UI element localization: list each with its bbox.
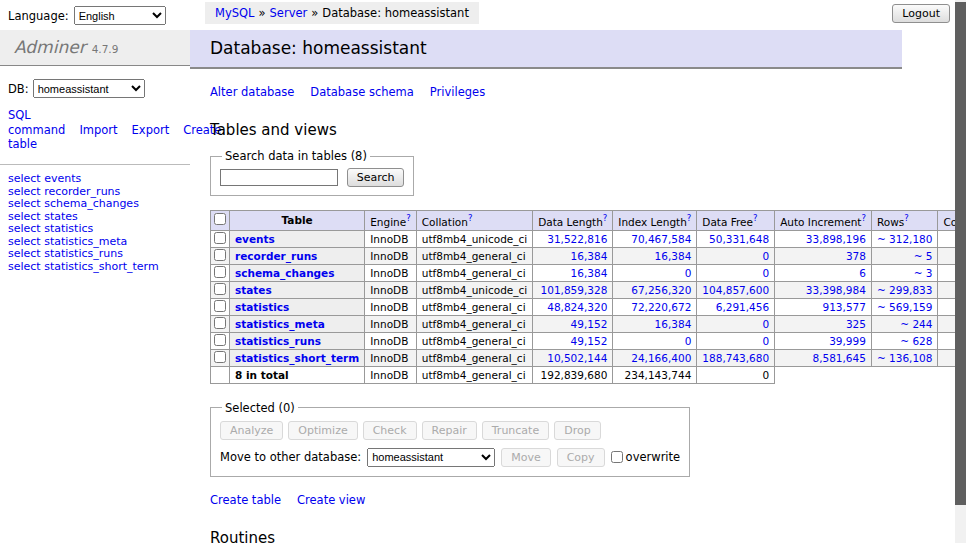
index-length-link[interactable]: 70,467,584 — [631, 233, 691, 245]
breadcrumb-server-link[interactable]: Server — [270, 6, 308, 20]
check-button[interactable]: Check — [363, 421, 417, 440]
table-name-link[interactable]: statistics_runs — [235, 335, 321, 347]
row-checkbox[interactable] — [214, 283, 226, 295]
data-free-link[interactable]: 0 — [762, 318, 769, 330]
drop-button[interactable]: Drop — [554, 421, 600, 440]
data-free-help-link[interactable]: ? — [753, 213, 758, 223]
auto-increment-link[interactable]: 39,999 — [829, 335, 866, 347]
table-row: statistics_meta InnoDB utf8mb4_general_c… — [211, 315, 966, 332]
sidebar-item-select-statistics-runs[interactable]: select statistics_runs — [8, 248, 182, 261]
table-name-link[interactable]: states — [235, 284, 272, 296]
language-select[interactable]: English — [74, 6, 166, 25]
export-link[interactable]: Export — [132, 123, 170, 137]
data-free-link[interactable]: 50,331,648 — [709, 233, 769, 245]
breadcrumb-mysql-link[interactable]: MySQL — [215, 6, 255, 20]
auto-increment-link[interactable]: 33,898,196 — [806, 233, 866, 245]
rows-count-link[interactable]: ~ 569,159 — [877, 301, 933, 313]
analyze-button[interactable]: Analyze — [220, 421, 283, 440]
select-all-checkbox[interactable] — [214, 213, 226, 225]
rows-count-link[interactable]: ~ 299,833 — [877, 284, 933, 296]
selected-fieldset: Selected (0) AnalyzeOptimizeCheckRepairT… — [210, 401, 690, 477]
privileges-link[interactable]: Privileges — [430, 85, 485, 99]
sidebar-item-select-events[interactable]: select events — [8, 173, 182, 186]
data-length-link[interactable]: 101,859,328 — [541, 284, 608, 296]
db-select[interactable]: homeassistant — [33, 79, 145, 98]
index-length-link[interactable]: 24,166,400 — [631, 352, 691, 364]
sidebar-item-select-schema-changes[interactable]: select schema_changes — [8, 198, 182, 211]
collation-help-link[interactable]: ? — [468, 213, 473, 223]
data-free-link[interactable]: 0 — [762, 335, 769, 347]
sidebar-item-select-statistics-short-term[interactable]: select statistics_short_term — [8, 261, 182, 274]
rows-count-link[interactable]: ~ 3 — [914, 267, 933, 279]
alter-database-link[interactable]: Alter database — [210, 85, 294, 99]
engine-help-link[interactable]: ? — [406, 213, 411, 223]
data-free-link[interactable]: 0 — [762, 267, 769, 279]
data-length-link[interactable]: 16,384 — [571, 267, 608, 279]
scrollbar-track[interactable] — [955, 0, 966, 543]
data-length-link[interactable]: 31,522,816 — [547, 233, 607, 245]
copy-button[interactable]: Copy — [557, 448, 605, 467]
data-length-link[interactable]: 49,152 — [571, 318, 608, 330]
import-link[interactable]: Import — [79, 123, 117, 137]
row-checkbox[interactable] — [214, 232, 226, 244]
repair-button[interactable]: Repair — [422, 421, 477, 440]
data-length-help-link[interactable]: ? — [603, 213, 608, 223]
data-free-link[interactable]: 188,743,680 — [702, 352, 769, 364]
rows-count-link[interactable]: ~ 136,108 — [877, 352, 933, 364]
auto-increment-link[interactable]: 8,581,645 — [812, 352, 865, 364]
database-schema-link[interactable]: Database schema — [310, 85, 413, 99]
auto-increment-link[interactable]: 6 — [859, 267, 866, 279]
row-checkbox[interactable] — [214, 317, 226, 329]
index-length-link[interactable]: 0 — [685, 267, 692, 279]
rows-count-link[interactable]: ~ 244 — [900, 318, 932, 330]
row-checkbox[interactable] — [214, 351, 226, 363]
row-checkbox[interactable] — [214, 266, 226, 278]
index-length-link[interactable]: 0 — [685, 335, 692, 347]
data-length-link[interactable]: 48,824,320 — [547, 301, 607, 313]
auto-increment-link[interactable]: 325 — [846, 318, 866, 330]
table-name-link[interactable]: recorder_runs — [235, 250, 317, 262]
data-free-link[interactable]: 104,857,600 — [702, 284, 769, 296]
index-length-help-link[interactable]: ? — [687, 213, 692, 223]
auto-increment-link[interactable]: 378 — [846, 250, 866, 262]
table-name-link[interactable]: statistics_short_term — [235, 352, 359, 364]
rows-count-link[interactable]: ~ 628 — [900, 335, 932, 347]
rows-help-link[interactable]: ? — [904, 213, 909, 223]
search-button[interactable]: Search — [347, 168, 405, 187]
auto-increment-link[interactable]: 33,398,984 — [806, 284, 866, 296]
move-button[interactable]: Move — [501, 448, 551, 467]
row-checkbox[interactable] — [214, 334, 226, 346]
index-length-link[interactable]: 72,220,672 — [631, 301, 691, 313]
table-name-link[interactable]: events — [235, 233, 275, 245]
row-checkbox[interactable] — [214, 249, 226, 261]
auto-increment-help-link[interactable]: ? — [861, 213, 866, 223]
move-db-select[interactable]: homeassistant — [367, 448, 495, 467]
search-legend: Search data in tables (8) — [222, 149, 370, 163]
data-free-link[interactable]: 6,291,456 — [716, 301, 769, 313]
create-table-link[interactable]: Create table — [210, 493, 281, 507]
logout-button[interactable]: Logout — [892, 4, 950, 23]
table-name-link[interactable]: statistics — [235, 301, 289, 313]
table-name-link[interactable]: statistics_meta — [235, 318, 325, 330]
table-name-link[interactable]: schema_changes — [235, 267, 335, 279]
rows-count-link[interactable]: ~ 312,180 — [877, 233, 933, 245]
data-length-link[interactable]: 49,152 — [571, 335, 608, 347]
index-length-link[interactable]: 16,384 — [655, 250, 692, 262]
sql-command-link[interactable]: SQL command — [8, 108, 65, 137]
scrollbar-thumb[interactable] — [955, 2, 966, 505]
index-length-link[interactable]: 16,384 — [655, 318, 692, 330]
data-length-link[interactable]: 16,384 — [571, 250, 608, 262]
version-link[interactable]: 4.7.9 — [92, 43, 119, 55]
search-input[interactable] — [220, 169, 338, 186]
create-view-link[interactable]: Create view — [297, 493, 365, 507]
rows-count-link[interactable]: ~ 5 — [914, 250, 933, 262]
index-length-link[interactable]: 67,256,320 — [631, 284, 691, 296]
row-checkbox[interactable] — [214, 300, 226, 312]
truncate-button[interactable]: Truncate — [482, 421, 549, 440]
data-free-link[interactable]: 0 — [762, 250, 769, 262]
data-length-link[interactable]: 10,502,144 — [547, 352, 607, 364]
optimize-button[interactable]: Optimize — [288, 421, 357, 440]
overwrite-checkbox[interactable] — [611, 451, 623, 463]
sidebar-item-select-statistics[interactable]: select statistics — [8, 223, 182, 236]
auto-increment-link[interactable]: 913,577 — [823, 301, 866, 313]
